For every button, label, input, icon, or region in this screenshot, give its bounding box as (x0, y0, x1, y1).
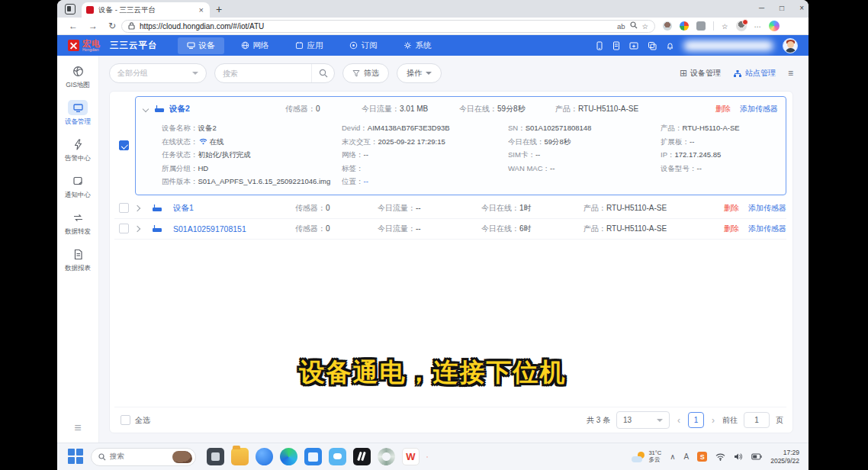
file-explorer-icon[interactable] (231, 448, 249, 465)
device-name-link[interactable]: 设备1 (173, 203, 289, 214)
device-mgmt-toggle[interactable]: ⊞ 设备管理 (680, 68, 721, 79)
blue-app-icon[interactable] (256, 448, 273, 465)
nav-item-devices[interactable]: 设备 (178, 37, 224, 54)
sidebar-collapse-icon[interactable]: ≡ (74, 421, 81, 435)
copilot-icon[interactable] (769, 21, 780, 31)
row-checkbox[interactable] (119, 140, 129, 150)
start-button[interactable] (68, 449, 85, 465)
add-sensor-button[interactable]: 添加传感器 (748, 224, 786, 234)
search-input[interactable] (215, 69, 311, 78)
tray-s-app-icon[interactable]: S (697, 452, 707, 462)
sidebar-item-gis-map[interactable]: GIS地图 (57, 63, 98, 90)
battery-icon[interactable] (751, 453, 762, 460)
site-mgmt-toggle[interactable]: 站点管理 (733, 68, 776, 79)
goto-page-input[interactable] (744, 412, 770, 428)
search-icon[interactable] (311, 64, 334, 82)
chat-app-icon[interactable] (329, 448, 346, 465)
wps-icon[interactable]: W (402, 448, 420, 465)
sidebar-item-device-mgmt[interactable]: 设备管理 (57, 100, 98, 127)
sidebar-item-data-report[interactable]: 数据报表 (57, 246, 98, 273)
collapse-chevron-icon[interactable] (143, 106, 149, 112)
system-tray: 31°C 多云 ∧ A S 17:29 2025/9/22 (632, 449, 802, 464)
bookmark-star-icon[interactable]: ☆ (642, 22, 649, 31)
delete-button[interactable]: 删除 (715, 104, 731, 114)
lock-icon (128, 22, 135, 30)
row-checkbox[interactable] (119, 224, 129, 233)
colorful-extension-icon[interactable] (680, 21, 689, 31)
forward-icon[interactable]: → (88, 21, 98, 31)
expand-chevron-icon[interactable] (134, 204, 140, 211)
swirl-app-icon[interactable] (378, 448, 395, 465)
logo-text: 宏电 (82, 40, 101, 48)
nav-item-system[interactable]: 系统 (394, 37, 441, 54)
new-tab-button[interactable]: + (216, 3, 222, 15)
sidebar-item-alarm-center[interactable]: 告警中心 (57, 137, 98, 163)
delete-button[interactable]: 删除 (724, 224, 739, 234)
device-name-link[interactable]: S01A102591708151 (173, 224, 289, 233)
weather-widget[interactable]: 31°C 多云 (632, 450, 661, 463)
row-checkbox[interactable] (119, 203, 129, 213)
chevron-down-icon (657, 419, 663, 422)
tray-expand-icon[interactable]: ∧ (670, 452, 675, 461)
current-page[interactable]: 1 (688, 412, 704, 428)
browser-tab[interactable]: 设备 - 三三云平台 × (82, 2, 210, 18)
wifi-tray-icon[interactable] (715, 453, 725, 461)
details-col-4: 产品：RTU-H5110-A-SE 扩展板：-- IP：172.17.245.8… (661, 121, 778, 188)
select-all-checkbox[interactable] (121, 415, 130, 425)
nav-item-network[interactable]: 网络 (232, 37, 278, 54)
volume-icon[interactable] (734, 452, 743, 461)
browser-profile-avatar[interactable] (736, 21, 747, 31)
subscribe-icon (349, 41, 358, 50)
input-method-icon[interactable]: A (684, 452, 690, 461)
image-add-icon[interactable] (629, 41, 638, 50)
notification-icon (68, 173, 88, 188)
expand-chevron-icon[interactable] (134, 225, 140, 231)
windows-taskbar: 搜索 W 31°C 多云 (57, 443, 809, 470)
column-settings-icon[interactable]: ≡ (788, 68, 793, 79)
reload-icon[interactable]: ↻ (108, 21, 116, 31)
prev-page-button[interactable]: ‹ (676, 415, 682, 426)
add-sensor-button[interactable]: 添加传感器 (740, 104, 778, 114)
shield-extension-icon[interactable] (696, 21, 706, 31)
nav-item-subscribe[interactable]: 订阅 (340, 37, 387, 54)
copy-icon[interactable] (648, 41, 657, 50)
filter-button[interactable]: 筛选 (342, 63, 389, 83)
sidebar-item-notify-center[interactable]: 通知中心 (57, 173, 98, 200)
capcut-icon[interactable] (353, 448, 371, 465)
maximize-button[interactable]: □ (780, 5, 784, 12)
bell-icon[interactable] (666, 41, 674, 50)
page-size-select[interactable]: 13 (616, 411, 670, 429)
taskbar-search[interactable]: 搜索 (91, 448, 196, 466)
add-sensor-button[interactable]: 添加传感器 (748, 203, 786, 214)
back-icon[interactable]: ← (69, 21, 78, 31)
browser-tab-strip: 设备 - 三三云平台 × + ─ □ × (57, 0, 809, 18)
platform-title: 三三云平台 (110, 40, 158, 51)
close-button[interactable]: × (799, 5, 804, 12)
video-frame: 设备 - 三三云平台 × + ─ □ × ← → ↻ https (0, 0, 868, 470)
edge-browser-icon[interactable] (280, 448, 297, 465)
search-zoom-icon[interactable] (630, 21, 638, 31)
select-all[interactable]: 全选 (121, 415, 150, 426)
device-monitor-icon (68, 100, 88, 115)
group-select[interactable]: 全部分组 (109, 63, 207, 83)
minimize-button[interactable]: ─ (759, 5, 764, 12)
url-field[interactable]: https://cloud.hongdian.com/#/iot/ATU ab … (121, 20, 655, 33)
next-page-button[interactable]: › (710, 415, 716, 426)
person-extension-icon[interactable] (663, 21, 672, 31)
sidebar-item-data-forward[interactable]: 数据转发 (57, 210, 98, 237)
delete-button[interactable]: 删除 (724, 203, 739, 214)
document-icon[interactable] (612, 41, 620, 50)
phone-icon[interactable] (596, 41, 603, 50)
read-aloud-icon[interactable]: ab (617, 22, 625, 31)
device-name-link[interactable]: 设备2 (169, 104, 285, 114)
tab-actions-icon[interactable] (65, 4, 76, 14)
taskbar-clock[interactable]: 17:29 2025/9/22 (770, 449, 799, 464)
task-view-icon[interactable] (207, 448, 224, 465)
nav-item-apps[interactable]: 应用 (286, 37, 333, 54)
user-avatar[interactable] (783, 38, 798, 53)
more-menu-icon[interactable]: ⋯ (754, 22, 762, 31)
action-dropdown-button[interactable]: 操作 (397, 63, 442, 83)
tab-close-icon[interactable]: × (198, 6, 205, 14)
photos-app-icon[interactable] (304, 448, 322, 465)
favorites-icon[interactable]: ☆ (722, 22, 728, 31)
